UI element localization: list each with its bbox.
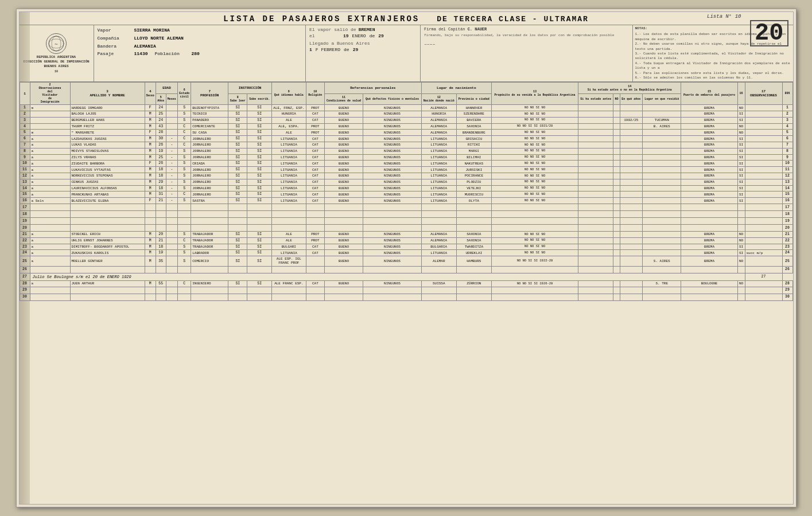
row-lee [228, 294, 247, 300]
row-num2: 5 [782, 130, 792, 136]
row-relig [306, 287, 324, 294]
row-num: 3 [20, 117, 30, 123]
row-idiomas: ALE FRANC ESP. [271, 281, 306, 287]
row-escribe: SI [247, 117, 271, 123]
row-salud: BUENO [324, 105, 363, 111]
row-prof: SU CASA [191, 130, 228, 136]
row-puerto [681, 218, 737, 225]
row-name: LAZDAUSKAS JUOZAS [70, 136, 145, 142]
row-idiomas: LITUANIA [271, 136, 306, 142]
row-lee: SI [228, 198, 247, 204]
row-escribe: SI [247, 142, 271, 148]
row-dest: NO NO SI SI 1922-28 [491, 256, 578, 266]
row-num: 10 [20, 161, 30, 167]
row-salud: BUENO [324, 173, 363, 179]
row-name: UHLIG ERNST JOHANNES [70, 237, 145, 244]
row-months [166, 250, 178, 256]
row-donde [643, 185, 681, 191]
row-defectos [363, 287, 422, 294]
row-donde [643, 179, 681, 185]
row-prof: TRABAJADOR [191, 232, 228, 238]
row-obs [30, 218, 70, 225]
row-escribe: SI [247, 173, 271, 179]
row-cuando [620, 142, 642, 148]
row-si [578, 191, 613, 198]
row-provincia: SAXONIA [456, 232, 491, 238]
row-num2: 30 [782, 294, 792, 300]
row-relig [306, 294, 324, 300]
row-age: 18 [156, 244, 166, 250]
row-relig: CAT [306, 185, 324, 191]
row-puerto: BREMA [681, 250, 737, 256]
row-prof: COMERCIO [191, 256, 228, 266]
row-boleto [737, 218, 745, 225]
row-num: 7 [20, 142, 30, 148]
row-prof: JORNALERO [191, 185, 228, 191]
row-defectos: NINGUNOS [363, 117, 422, 123]
row-prof [191, 287, 228, 294]
row-sex [145, 287, 156, 294]
row-si [578, 130, 613, 136]
row-provincia: BILIMAI [456, 154, 491, 161]
th-dest: 13Propósito de su venida a la República … [491, 83, 578, 105]
row-cuando [620, 191, 642, 198]
row-puerto: BREMA [681, 161, 737, 167]
row-boleto: SI [737, 161, 745, 167]
row-dest: NO NO SI NO [491, 244, 578, 250]
row-num2: 27 [745, 273, 782, 280]
table-row: 24 a ZUKAUSKIAS KAROLIS M 19 S LABRADOR … [20, 250, 792, 256]
row-nacion [421, 287, 456, 294]
row-defectos: NINGUNOS [363, 130, 422, 136]
row-num2: 13 [782, 179, 792, 185]
row-nacion [421, 211, 456, 218]
row-name [70, 225, 145, 232]
row-prof: CRIADA [191, 161, 228, 167]
row-lee: SI [228, 232, 247, 238]
row-escribe: SI [247, 256, 271, 266]
th-sex: 4Sexo [145, 83, 156, 105]
row-cuando [620, 105, 642, 111]
row-idiomas: ALE, FRNZ, ESP. [271, 105, 306, 111]
row-idiomas: ALE [271, 130, 306, 136]
table-row: 30 30 [20, 294, 792, 300]
row-puerto: BREMA [681, 232, 737, 238]
row-sex: F [145, 130, 156, 136]
row-puerto [681, 287, 737, 294]
th-si: Si ha estado antes [578, 93, 613, 105]
row-name [70, 294, 145, 300]
row-cuando [620, 185, 642, 191]
table-row: 27 Julio 5e Boulogne s/m el 20 de ENERO … [20, 273, 792, 280]
row-nacion: LITUANIA [421, 198, 456, 204]
row-donde [643, 142, 681, 148]
row-defectos: NINGUNOS [363, 111, 422, 118]
row-no [613, 179, 620, 185]
row-defectos: NINGUNOS [363, 142, 422, 148]
row-provincia: SAXONIA [456, 237, 491, 244]
th-lang: 9Qué idiomas habla [271, 83, 306, 105]
th-escribe: Sabe escrib. [247, 93, 271, 105]
row-salud: BUENO [324, 123, 363, 130]
row-relig [306, 225, 324, 232]
title-bar: LISTA DE PASAJEROS EXTRANJEROS DE TERCER… [20, 12, 793, 25]
row-num: 5 [20, 130, 30, 136]
row-relig: CAT [306, 136, 324, 142]
row-sex: M [145, 237, 156, 244]
row-sex: M [145, 173, 156, 179]
header-voyage: El vapor salió de BREMEN el 19 ENERO de … [306, 25, 421, 81]
row-relig: CAT [306, 198, 324, 204]
row-observ [745, 148, 782, 154]
row-obs [30, 211, 70, 218]
table-area: 1 2ObservacionesdelVisitadordeInmigració… [20, 82, 793, 301]
row-boleto: SI [737, 148, 745, 154]
table-row: 10 a ZIUDAITE BARBORA F 26 - S CRIADA SI… [20, 161, 792, 167]
row-provincia: TWARDITZA [456, 244, 491, 250]
row-donde [643, 204, 681, 211]
row-no [613, 266, 620, 273]
row-name: HARDEGG IRMGARD [70, 105, 145, 111]
row-puerto [681, 204, 737, 211]
row-civil: S [178, 117, 191, 123]
row-escribe: SI [247, 237, 271, 244]
row-provincia [456, 225, 491, 232]
row-obs [30, 117, 70, 123]
row-defectos [363, 294, 422, 300]
